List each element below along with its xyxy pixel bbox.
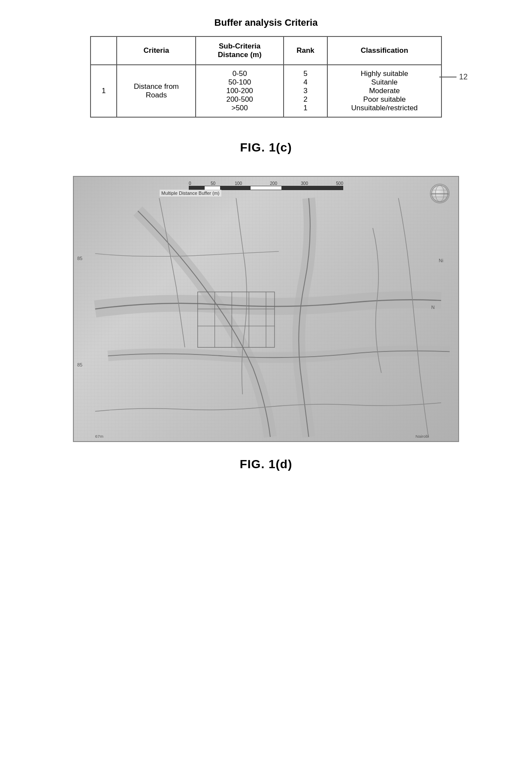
svg-text:85: 85 [77, 362, 82, 367]
map-scale-bar: 0 50 100 200 300 500 [189, 181, 343, 190]
row-criteria: Distance fromRoads [117, 65, 196, 117]
scale-label-100: 100 [235, 181, 242, 186]
scale-label-0: 0 [189, 181, 191, 186]
col-header-rank: Rank [284, 36, 327, 65]
fig1d-caption: FIG. 1(d) [240, 457, 293, 471]
table-title: Buffer analysis Criteria [215, 17, 318, 28]
annotation-12: 12 [439, 73, 468, 82]
scale-label-50: 50 [211, 181, 215, 186]
map-container: 0 50 100 200 300 500 Multiple Distance B… [73, 176, 459, 442]
col-header-criteria: Criteria [117, 36, 196, 65]
svg-text:N: N [431, 305, 435, 310]
row-subcriteria: 0-5050-100100-200200-500>500 [196, 65, 284, 117]
row-num: 1 [91, 65, 117, 117]
col-header-num [91, 36, 117, 65]
scale-labels: 0 50 100 200 300 500 [189, 181, 343, 186]
scale-seg-4 [251, 186, 281, 190]
row-classification: Highly suitableSuitanleModeratePoor suit… [327, 65, 441, 117]
svg-point-0 [432, 185, 448, 202]
map-section: 0 50 100 200 300 500 Multiple Distance B… [73, 176, 459, 493]
fig1c-caption: FIG. 1(c) [240, 141, 292, 154]
scale-seg-1 [189, 186, 205, 190]
svg-text:Nairobi: Nairobi [415, 434, 429, 439]
scale-label-500: 500 [336, 181, 343, 186]
globe-icon [430, 184, 450, 203]
map-background: 0 50 100 200 300 500 Multiple Distance B… [74, 177, 458, 441]
svg-point-1 [435, 185, 444, 202]
col-header-subcriteria: Sub-CriteriaDistance (m) [196, 36, 284, 65]
scale-label-200: 200 [270, 181, 277, 186]
road-network-svg: 85 85 N Ni 67m Nairobi [74, 177, 458, 441]
globe-svg [431, 185, 449, 203]
criteria-table: Criteria Sub-CriteriaDistance (m) Rank C… [90, 36, 442, 118]
annotation-number: 12 [459, 73, 468, 82]
svg-text:67m: 67m [95, 434, 103, 439]
row-rank: 54321 [284, 65, 327, 117]
scale-seg-5 [281, 186, 343, 190]
table-wrapper: Criteria Sub-CriteriaDistance (m) Rank C… [90, 36, 442, 118]
scale-seg-3 [220, 186, 251, 190]
svg-text:Ni: Ni [439, 258, 443, 263]
scale-label-300: 300 [301, 181, 308, 186]
table-section: Buffer analysis Criteria Criteria Sub-Cr… [26, 17, 506, 118]
annotation-line [439, 76, 456, 77]
scale-seg-2 [205, 186, 220, 190]
svg-text:85: 85 [77, 256, 82, 261]
col-header-classification: Classification [327, 36, 441, 65]
map-legend-label: Multiple Distance Buffer (m) [160, 190, 221, 197]
table-row: 1 Distance fromRoads 0-5050-100100-20020… [91, 65, 441, 117]
